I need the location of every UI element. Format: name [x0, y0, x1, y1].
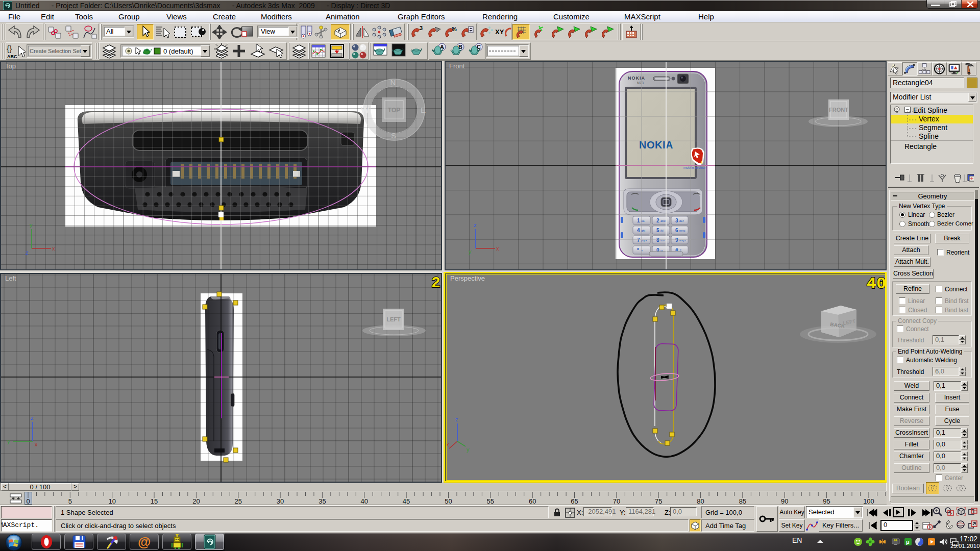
svg-text:{}: {}: [7, 44, 12, 53]
svg-text:z: z: [474, 222, 477, 228]
svg-text:70: 70: [613, 497, 620, 505]
svg-text:45: 45: [403, 497, 410, 505]
svg-text:mno: mno: [679, 229, 685, 232]
svg-text:z: z: [31, 415, 34, 421]
svg-text:jkl: jkl: [660, 229, 664, 232]
svg-text:mobile-review: mobile-review: [683, 166, 706, 169]
svg-text:60: 60: [529, 497, 536, 505]
svg-text:5: 5: [68, 497, 72, 505]
svg-text:y: y: [469, 248, 472, 255]
svg-text:XY: XY: [495, 28, 504, 36]
svg-text:3: 3: [420, 25, 423, 31]
svg-text:4: 4: [637, 228, 640, 233]
svg-text:y: y: [30, 222, 33, 228]
svg-text:10: 10: [108, 497, 115, 505]
svg-text:abc: abc: [660, 219, 666, 222]
svg-text:*: *: [637, 247, 639, 253]
svg-text:75: 75: [655, 497, 662, 505]
svg-text:1: 1: [637, 218, 640, 223]
svg-text:x: x: [35, 441, 38, 447]
svg-text:95: 95: [823, 497, 830, 505]
svg-text:5: 5: [656, 228, 659, 233]
svg-text:y: y: [7, 438, 10, 444]
svg-text:N73: N73: [637, 81, 644, 85]
svg-text:8: 8: [656, 237, 659, 243]
svg-text:μ: μ: [906, 539, 910, 545]
svg-text:55: 55: [487, 497, 494, 505]
svg-text:LEFT: LEFT: [386, 316, 401, 322]
svg-text:7: 7: [637, 237, 640, 243]
svg-text:3: 3: [675, 218, 678, 223]
svg-text:W: W: [361, 106, 370, 115]
svg-text:85: 85: [739, 497, 746, 505]
svg-text:ABC: ABC: [7, 54, 17, 59]
svg-text:90: 90: [781, 497, 788, 505]
svg-text:FRONT: FRONT: [829, 107, 848, 113]
svg-text:E: E: [421, 106, 426, 114]
svg-text:@: @: [138, 535, 151, 549]
svg-text:def: def: [679, 219, 684, 222]
svg-text:TOP: TOP: [388, 107, 400, 114]
svg-text:15: 15: [151, 497, 158, 505]
svg-text:40: 40: [361, 497, 368, 505]
svg-text:z: z: [26, 249, 29, 256]
svg-text:9: 9: [675, 237, 678, 243]
svg-text:NOKIA: NOKIA: [628, 76, 645, 81]
svg-text:0: 0: [26, 497, 30, 505]
svg-text:99: 99: [894, 539, 897, 542]
svg-text:30: 30: [277, 497, 284, 505]
svg-text:50: 50: [445, 497, 452, 505]
svg-text:80: 80: [697, 497, 704, 505]
svg-text:S: S: [391, 131, 396, 140]
svg-text:2: 2: [656, 218, 659, 223]
svg-text:100: 100: [863, 497, 874, 505]
svg-text:N: N: [390, 78, 396, 87]
svg-text:x: x: [496, 245, 499, 252]
svg-text:x: x: [52, 245, 55, 252]
svg-text:65: 65: [571, 497, 578, 505]
svg-text:6: 6: [675, 228, 678, 233]
svg-text:20: 20: [192, 497, 200, 505]
svg-text:0 (default): 0 (default): [163, 47, 193, 55]
svg-text:35: 35: [318, 497, 326, 505]
svg-text:%: %: [452, 26, 457, 32]
svg-text:2: 2: [431, 274, 440, 292]
svg-text:25: 25: [235, 497, 242, 505]
